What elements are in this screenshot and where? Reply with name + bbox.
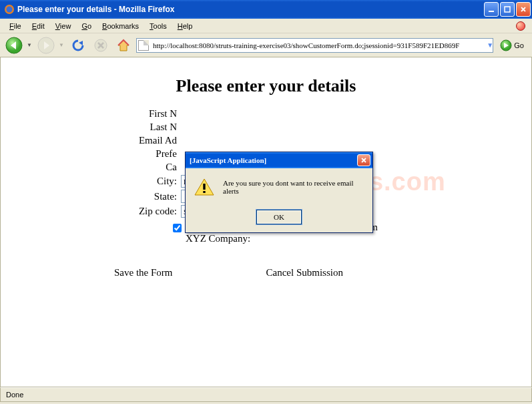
url-dropdown-icon[interactable]: ▼: [485, 41, 491, 49]
back-button[interactable]: [4, 35, 24, 55]
go-label: Go: [514, 41, 524, 49]
label-first-name: First N: [1, 108, 181, 120]
dialog-ok-button[interactable]: OK: [256, 210, 302, 224]
menu-go[interactable]: Go: [76, 21, 97, 31]
warning-icon: [194, 178, 215, 196]
dialog-titlebar: [JavaScript Application]: [186, 152, 372, 168]
window-titlebar: Please enter your details - Mozilla Fire…: [0, 0, 532, 19]
reload-button[interactable]: [68, 35, 88, 55]
label-pref: Prefe: [1, 148, 181, 160]
menu-help[interactable]: Help: [172, 21, 198, 31]
promo-checkbox[interactable]: [173, 224, 182, 232]
page-heading: Please enter your details: [1, 76, 531, 96]
page-icon: [138, 40, 149, 51]
label-email: Email Ad: [1, 135, 181, 146]
cancel-button[interactable]: Cancel Submission: [266, 267, 343, 278]
maximize-button[interactable]: [500, 2, 515, 17]
save-button[interactable]: Save the Form: [114, 267, 173, 278]
label-zip: Zip code:: [1, 206, 181, 217]
svg-rect-9: [203, 191, 205, 193]
firefox-icon: [4, 4, 15, 15]
js-alert-dialog: [JavaScript Application] Are you sure yo…: [185, 152, 373, 233]
menu-edit[interactable]: Edit: [27, 21, 50, 31]
label-city: City:: [1, 176, 181, 187]
back-dropdown-icon[interactable]: ▼: [27, 42, 33, 48]
svg-rect-2: [489, 11, 494, 12]
menu-bookmarks[interactable]: Bookmarks: [97, 21, 144, 31]
go-button[interactable]: Go: [496, 39, 528, 51]
window-buttons: [484, 2, 531, 17]
label-last-name: Last N: [1, 122, 181, 133]
svg-rect-8: [203, 184, 205, 190]
minimize-button[interactable]: [484, 2, 499, 17]
menu-tools[interactable]: Tools: [144, 21, 172, 31]
menu-view[interactable]: View: [50, 21, 77, 31]
dialog-title: [JavaScript Application]: [190, 156, 357, 164]
close-document-icon[interactable]: [516, 21, 525, 31]
forward-button: [36, 35, 56, 55]
label-state: State:: [1, 191, 181, 202]
page-content: www.java2s.com Please enter your details…: [0, 57, 532, 387]
svg-point-1: [7, 7, 13, 13]
label-ca: Ca: [1, 162, 181, 173]
status-bar: Done: [0, 387, 532, 402]
home-button[interactable]: [113, 35, 134, 55]
status-text: Done: [6, 391, 23, 399]
stop-button: [91, 35, 111, 55]
forward-dropdown-icon: ▼: [59, 42, 65, 48]
dialog-message: Are you sure you dont want to receive em…: [223, 178, 364, 195]
menu-bar: File Edit View Go Bookmarks Tools Help: [0, 19, 532, 33]
window-close-button[interactable]: [516, 2, 531, 17]
nav-toolbar: ▼ ▼ ▼ Go: [0, 33, 532, 57]
url-input[interactable]: [152, 41, 485, 50]
svg-rect-3: [505, 7, 510, 12]
menu-file[interactable]: File: [4, 21, 27, 31]
address-bar[interactable]: ▼: [136, 38, 493, 53]
dialog-close-button[interactable]: [357, 154, 370, 166]
window-title: Please enter your details - Mozilla Fire…: [17, 5, 484, 14]
